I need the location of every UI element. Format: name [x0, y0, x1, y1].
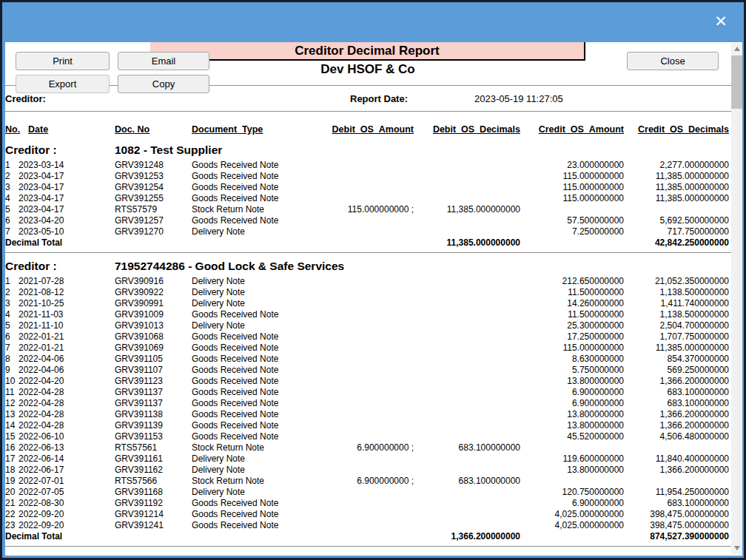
cell-debit-os-amount: 6.900000000 ;: [317, 476, 414, 487]
cell-debit-os-amount: [317, 431, 414, 442]
cell-debit-os-decimals: [414, 520, 520, 531]
cell-debit-os-decimals: [414, 387, 520, 398]
export-button[interactable]: Export: [16, 75, 110, 93]
scroll-down-button[interactable]: [731, 542, 742, 554]
cell-credit-os-decimals: 1,366.200000000: [624, 409, 729, 420]
print-button[interactable]: Print: [16, 52, 110, 70]
cell-debit-os-amount: [317, 365, 414, 376]
close-icon[interactable]: ✕: [711, 12, 730, 31]
cell-no: 5: [5, 204, 19, 215]
cell-credit-os-decimals: 1,707.750000000: [624, 331, 729, 343]
table-row: 62022-01-21GRV391068Goods Received Note1…: [5, 331, 729, 343]
cell-document-type: Goods Received Note: [192, 171, 317, 182]
cell-document-type: Delivery Note: [192, 226, 317, 237]
cell-date: 2022-09-20: [19, 509, 115, 520]
section-divider: [5, 546, 731, 547]
cell-document-type: Goods Received Note: [192, 343, 317, 354]
cell-credit-os-amount: 23.000000000: [520, 160, 624, 171]
decimal-total-row: Decimal Total11,385.00000000042,842.2500…: [5, 237, 729, 249]
cell-date: 2021-07-28: [19, 276, 115, 287]
table-row: 12023-03-14GRV391248Goods Received Note2…: [5, 160, 729, 171]
table-row: 72023-05-10GRV391270Delivery Note7.25000…: [5, 226, 729, 237]
table-row: 212022-08-30GRV391192Goods Received Note…: [5, 498, 729, 509]
cell-debit-os-amount: [317, 409, 414, 420]
cell-doc-no: GRV391137: [115, 398, 192, 409]
cell-credit-os-amount: 25.300000000: [520, 320, 624, 331]
table-row: 122022-04-28GRV391137Goods Received Note…: [5, 398, 729, 409]
column-header: Document_Type: [192, 124, 317, 137]
dialog-content: Creditor Decimal Report Dev HSOF & Co Pr…: [5, 42, 742, 556]
section-divider: [5, 252, 731, 253]
cell-debit-os-decimals: [414, 453, 520, 465]
cell-date: 2022-04-06: [19, 365, 115, 376]
cell-doc-no: RTS57561: [115, 442, 192, 453]
table-row: 102022-04-20GRV391123Goods Received Note…: [5, 376, 729, 387]
cell-credit-os-decimals: 4,506.480000000: [624, 431, 729, 442]
cell-doc-no: GRV391270: [115, 226, 192, 237]
table-row: 232022-09-20GRV391241Goods Received Note…: [5, 520, 729, 531]
cell-credit-os-decimals: 11,840.400000000: [624, 453, 729, 465]
cell-credit-os-amount: 115.000000000: [520, 343, 624, 354]
cell-doc-no: GRV391241: [115, 520, 192, 531]
cell-doc-no: GRV391248: [115, 160, 192, 171]
cell-credit-os-decimals: 683.100000000: [624, 498, 729, 509]
cell-credit-os-amount: 115.000000000: [520, 193, 624, 204]
cell-no: 10: [5, 376, 19, 387]
cell-date: 2022-06-17: [19, 465, 115, 476]
email-button[interactable]: Email: [118, 52, 209, 70]
table-row: 112022-04-28GRV391137Goods Received Note…: [5, 387, 729, 398]
vertical-scrollbar[interactable]: [731, 43, 742, 554]
cell-debit-os-decimals: [414, 215, 520, 226]
cell-date: 2022-04-28: [19, 387, 115, 398]
cell-doc-no: GRV391013: [115, 320, 192, 331]
cell-no: 5: [5, 320, 19, 331]
close-button[interactable]: Close: [627, 52, 719, 70]
table-row: 42023-04-17GRV391255Goods Received Note1…: [5, 193, 729, 204]
cell-credit-os-amount: 115.000000000: [520, 182, 624, 193]
cell-document-type: Goods Received Note: [192, 215, 317, 226]
cell-no: 7: [5, 343, 19, 354]
cell-debit-os-amount: [317, 376, 414, 387]
cell-document-type: Delivery Note: [192, 320, 317, 331]
cell-credit-os-amount: 212.650000000: [520, 276, 624, 287]
scroll-up-button[interactable]: [731, 43, 742, 55]
table-row: 72022-01-21GRV391069Goods Received Note1…: [5, 343, 729, 354]
cell-date: 2022-04-20: [19, 376, 115, 387]
cell-no: 17: [5, 453, 19, 465]
cell-date: 2021-11-03: [19, 309, 115, 320]
scroll-thumb[interactable]: [731, 55, 742, 109]
column-header: Doc. No: [115, 124, 192, 137]
cell-document-type: Delivery Note: [192, 453, 317, 465]
cell-debit-os-amount: [317, 215, 414, 226]
cell-doc-no: GRV391009: [115, 309, 192, 320]
dialog-titlebar[interactable]: ✕: [2, 2, 744, 42]
cell-credit-os-decimals: 1,366.200000000: [624, 420, 729, 431]
cell-credit-os-decimals: 1,366.200000000: [624, 465, 729, 476]
cell-debit-os-decimals: [414, 409, 520, 420]
cell-credit-os-amount: 4,025.000000000: [520, 520, 624, 531]
cell-no: 12: [5, 398, 19, 409]
table-row: 222022-09-20GRV391214Goods Received Note…: [5, 509, 729, 520]
table-row: 22023-04-17GRV391253Goods Received Note1…: [5, 171, 729, 182]
cell-no: 7: [5, 226, 19, 237]
cell-document-type: Goods Received Note: [192, 420, 317, 431]
cell-doc-no: GRV391161: [115, 453, 192, 465]
cell-document-type: Delivery Note: [192, 487, 317, 498]
cell-debit-os-decimals: [414, 331, 520, 343]
copy-button[interactable]: Copy: [118, 75, 209, 93]
cell-debit-os-amount: [317, 320, 414, 331]
cell-debit-os-amount: [317, 487, 414, 498]
cell-debit-os-amount: [317, 331, 414, 343]
cell-credit-os-amount: 119.600000000: [520, 453, 624, 465]
cell-credit-os-amount: [520, 442, 624, 453]
cell-doc-no: GRV391138: [115, 409, 192, 420]
column-header: Date: [19, 124, 115, 137]
table-row: 152022-06-10GRV391153Goods Received Note…: [5, 431, 729, 442]
table-row: 42021-11-03GRV391009Goods Received Note1…: [5, 309, 729, 320]
table-body: Creditor :1082 - Test Supplier12023-03-1…: [5, 144, 729, 547]
cell-debit-os-amount: [317, 182, 414, 193]
cell-debit-os-decimals: [414, 498, 520, 509]
cell-document-type: Stock Return Note: [192, 476, 317, 487]
cell-debit-os-decimals: [414, 509, 520, 520]
cell-credit-os-amount: 4,025.000000000: [520, 509, 624, 520]
